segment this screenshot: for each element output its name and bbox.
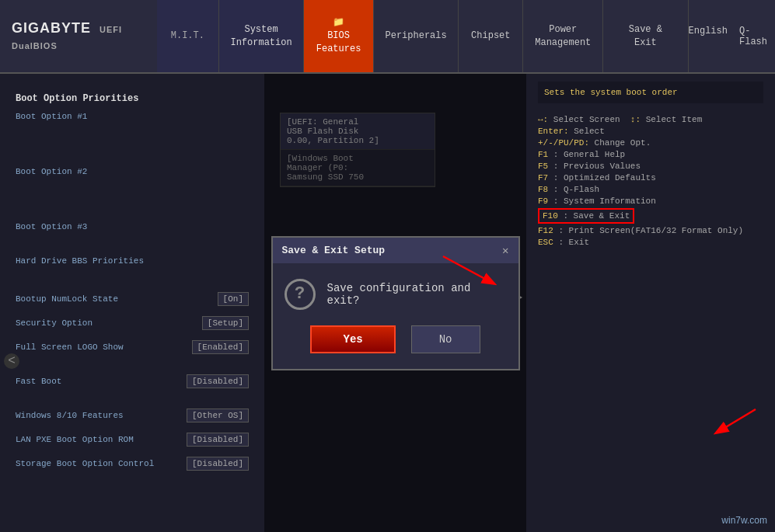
key-change-opt: +/-/PU/PD: Change Opt. xyxy=(538,138,763,148)
windows-features-value: [Other OS] xyxy=(187,409,249,422)
tab-mit-label: M.I.T. xyxy=(171,30,204,43)
tab-power-line2: Management xyxy=(535,37,591,50)
windows-features-row: Windows 8/10 Features [Other OS] xyxy=(16,405,249,426)
lan-pxe-row: LAN PXE Boot Option ROM [Disabled] xyxy=(16,429,249,450)
tab-power-line1: Power xyxy=(549,23,577,37)
lan-pxe-label[interactable]: LAN PXE Boot Option ROM xyxy=(16,433,134,446)
boot-option-1[interactable]: Boot Option #1 xyxy=(16,110,249,123)
storage-boot-value: [Disabled] xyxy=(187,457,249,471)
key-f7: F7 : Optimized Defaults xyxy=(538,173,763,183)
tab-save-label: Save & Exit xyxy=(617,23,673,50)
annotation-arrow-yes xyxy=(435,249,513,295)
tab-peripherals-label: Peripherals xyxy=(385,30,446,43)
fast-boot-row: Fast Boot [Disabled] xyxy=(16,371,249,391)
bootup-numlock-label[interactable]: Bootup NumLock State xyxy=(16,293,118,305)
key-f5: F5 : Previous Values xyxy=(538,162,763,171)
key-f12: F12 : Print Screen(FAT16/32 Format Only) xyxy=(538,226,763,235)
key-f10-highlight: F10 : Save & Exit xyxy=(538,208,634,224)
bootup-numlock-value: [On] xyxy=(218,292,249,306)
boot-option-3[interactable]: Boot Option #3 xyxy=(16,221,249,233)
security-option-label[interactable]: Security Option xyxy=(16,317,93,329)
security-option-value: [Setup] xyxy=(202,316,249,330)
right-panel: Sets the system boot order ↔: Select Scr… xyxy=(526,74,775,532)
fullscreen-logo-label[interactable]: Full Screen LOGO Show xyxy=(16,341,124,353)
section-boot-priorities: Boot Option Priorities xyxy=(16,93,249,104)
tab-save[interactable]: Save & Exit xyxy=(603,0,688,72)
security-option-row: Security Option [Setup] xyxy=(16,313,249,333)
key-esc: ESC : Exit xyxy=(538,238,763,247)
scroll-left-arrow[interactable]: < xyxy=(4,353,19,369)
question-icon: ? xyxy=(285,279,316,310)
storage-boot-label[interactable]: Storage Boot Option Control xyxy=(16,457,154,470)
tab-bios-line1: BIOS xyxy=(327,30,350,43)
nav-right-controls: English Q-Flash xyxy=(689,26,775,47)
key-f9: F9 : System Information xyxy=(538,196,763,206)
tab-system-line1: System xyxy=(244,23,278,37)
dialog-title: Save & Exit Setup xyxy=(282,245,386,256)
windows-features-label[interactable]: Windows 8/10 Features xyxy=(16,409,124,422)
tab-chipset-label: Chipset xyxy=(471,30,510,43)
fullscreen-logo-value: [Enabled] xyxy=(192,340,249,354)
key-select-screen: ↔: Select Screen ↕: Select Item xyxy=(538,115,763,124)
center-panel: [UEFI: GeneralUSB Flash Disk0.00, Partit… xyxy=(264,74,526,532)
tab-system-line2: Information xyxy=(230,37,291,50)
dialog-overlay: Save & Exit Setup ✕ ? Save configuration… xyxy=(264,74,526,532)
folder-icon: 📁 xyxy=(333,16,344,30)
key-f8: F8 : Q-Flash xyxy=(538,185,763,194)
top-navigation: GIGABYTE UEFI DualBIOS M.I.T. System Inf… xyxy=(0,0,775,74)
hard-drive-bbs[interactable]: Hard Drive BBS Priorities xyxy=(16,255,249,267)
no-button[interactable]: No xyxy=(411,325,480,353)
key-f10: F10 : Save & Exit xyxy=(538,208,763,224)
bios-screen: GIGABYTE UEFI DualBIOS M.I.T. System Inf… xyxy=(0,0,775,532)
watermark: win7w.com xyxy=(721,515,767,526)
key-shortcuts: ↔: Select Screen ↕: Select Item Enter: S… xyxy=(538,115,763,247)
svg-line-3 xyxy=(717,409,756,433)
tab-bios[interactable]: 📁 BIOS Features xyxy=(304,0,374,72)
fullscreen-logo-row: Full Screen LOGO Show [Enabled] xyxy=(16,337,249,357)
tab-power[interactable]: Power Management xyxy=(523,0,603,72)
qflash-button[interactable]: Q-Flash xyxy=(739,26,767,47)
dialog-buttons: Yes No xyxy=(310,325,480,353)
help-text: Sets the system boot order xyxy=(538,82,763,103)
left-panel: Boot Option Priorities Boot Option #1 Bo… xyxy=(0,74,264,532)
annotation-arrow-f10 xyxy=(701,402,763,440)
language-selector[interactable]: English xyxy=(689,26,728,47)
fast-boot-value: [Disabled] xyxy=(187,374,249,388)
svg-line-1 xyxy=(443,256,494,283)
tab-system[interactable]: System Information xyxy=(219,0,304,72)
tab-chipset[interactable]: Chipset xyxy=(459,0,523,72)
tab-peripherals[interactable]: Peripherals xyxy=(374,0,459,72)
storage-boot-row: Storage Boot Option Control [Disabled] xyxy=(16,454,249,474)
yes-button[interactable]: Yes xyxy=(310,325,395,353)
lan-pxe-value: [Disabled] xyxy=(187,433,249,447)
tab-mit[interactable]: M.I.T. xyxy=(157,0,219,72)
key-enter: Enter: Select xyxy=(538,127,763,136)
nav-tabs: M.I.T. System Information 📁 BIOS Feature… xyxy=(157,0,689,72)
key-f1: F1 : General Help xyxy=(538,150,763,159)
boot-option-2[interactable]: Boot Option #2 xyxy=(16,165,249,178)
main-content: Boot Option Priorities Boot Option #1 Bo… xyxy=(0,74,775,532)
brand-name: GIGABYTE xyxy=(12,20,91,36)
bootup-numlock-row: Bootup NumLock State [On] xyxy=(16,289,249,309)
fast-boot-label[interactable]: Fast Boot xyxy=(16,375,61,388)
tab-bios-line2: Features xyxy=(316,43,361,56)
brand-logo: GIGABYTE UEFI DualBIOS xyxy=(0,20,149,53)
